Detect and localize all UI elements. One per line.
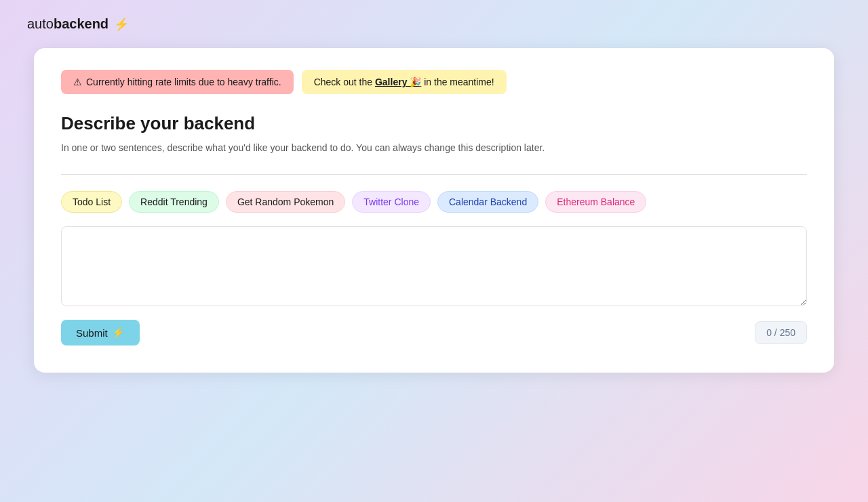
warning-icon: ⚠ — [73, 77, 82, 87]
tag-get-random-pokemon[interactable]: Get Random Pokemon — [226, 191, 345, 213]
gallery-link[interactable]: Gallery 🎉 — [375, 77, 421, 87]
tag-todo-list[interactable]: Todo List — [61, 191, 122, 213]
main-card: ⚠ Currently hitting rate limits due to h… — [34, 48, 834, 373]
logo: autobackend — [27, 16, 108, 32]
submit-icon: ⚡ — [112, 327, 125, 339]
char-count: 0 / 250 — [755, 321, 807, 344]
tag-calendar-backend[interactable]: Calendar Backend — [437, 191, 538, 213]
form-bottom-row: Submit ⚡ 0 / 250 — [61, 320, 807, 346]
tag-ethereum-balance[interactable]: Ethereum Balance — [545, 191, 646, 213]
divider — [61, 174, 807, 175]
gallery-alert: Check out the Gallery 🎉 in the meantime! — [302, 70, 507, 94]
tag-reddit-trending[interactable]: Reddit Trending — [129, 191, 219, 213]
form-description: In one or two sentences, describe what y… — [61, 141, 807, 155]
submit-label: Submit — [76, 327, 108, 339]
tag-twitter-clone[interactable]: Twitter Clone — [352, 191, 431, 213]
example-tags-row: Todo List Reddit Trending Get Random Pok… — [61, 191, 807, 213]
rate-limit-alert: ⚠ Currently hitting rate limits due to h… — [61, 70, 294, 94]
gallery-suffix: in the meantime! — [421, 77, 494, 87]
form-title: Describe your backend — [61, 113, 807, 134]
alerts-row: ⚠ Currently hitting rate limits due to h… — [61, 70, 807, 94]
textarea-container — [61, 226, 807, 309]
gallery-prefix: Check out the — [314, 77, 375, 87]
backend-description-input[interactable] — [61, 226, 807, 306]
submit-button[interactable]: Submit ⚡ — [61, 320, 140, 346]
logo-auto: auto — [27, 16, 54, 31]
logo-icon: ⚡ — [114, 17, 129, 32]
logo-backend: backend — [54, 16, 108, 31]
rate-limit-text: Currently hitting rate limits due to hea… — [86, 77, 281, 87]
app-header: autobackend ⚡ — [0, 0, 156, 48]
